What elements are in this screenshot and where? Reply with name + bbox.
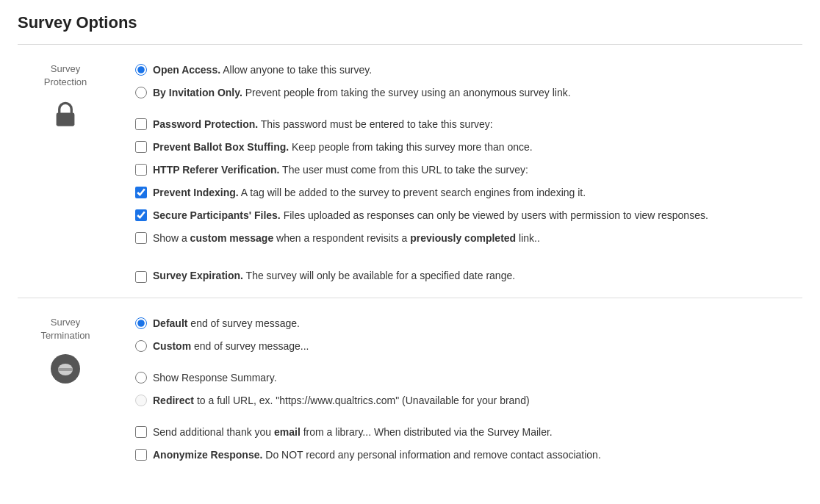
email-option: Send additional thank you email from a l… — [135, 425, 802, 440]
custom-message-option: Show a custom message when a respondent … — [135, 231, 802, 246]
anonymize-label: Anonymize Response. Do NOT record any pe… — [153, 447, 601, 463]
http-referer-option: HTTP Referer Verification. The user must… — [135, 162, 802, 178]
default-message-option: Default end of survey message. — [135, 316, 802, 331]
survey-expiration-label: Survey Expiration. The survey will only … — [153, 270, 515, 281]
open-access-label: Open Access. Allow anyone to take this s… — [153, 62, 372, 78]
survey-protection-label-text: Survey Protection — [44, 62, 87, 89]
email-checkbox[interactable] — [135, 426, 147, 438]
response-summary-label: Show Response Summary. — [153, 370, 277, 386]
secure-files-option: Secure Participants' Files. Files upload… — [135, 208, 802, 223]
redirect-label: Redirect to a full URL, ex. "https://www… — [153, 393, 530, 408]
survey-protection-label: Survey Protection — [18, 62, 113, 283]
default-message-radio[interactable] — [135, 317, 147, 329]
password-protection-label: Password Protection. This password must … — [153, 117, 493, 132]
survey-expiration-option: Survey Expiration. The survey will only … — [135, 270, 802, 283]
redirect-radio[interactable] — [135, 395, 147, 406]
prevent-indexing-checkbox[interactable] — [135, 187, 147, 198]
redirect-option: Redirect to a full URL, ex. "https://www… — [135, 393, 802, 408]
response-summary-option: Show Response Summary. — [135, 370, 802, 386]
svg-rect-2 — [58, 368, 73, 371]
termination-icon — [51, 354, 80, 384]
invitation-only-label: By Invitation Only. Prevent people from … — [153, 85, 571, 101]
svg-rect-0 — [57, 113, 75, 126]
survey-termination-content: Default end of survey message. Custom en… — [113, 316, 802, 470]
password-protection-checkbox[interactable] — [135, 118, 147, 130]
invitation-only-option: By Invitation Only. Prevent people from … — [135, 85, 802, 101]
ballot-stuffing-option: Prevent Ballot Box Stuffing. Keep people… — [135, 140, 802, 155]
anonymize-checkbox[interactable] — [135, 449, 147, 461]
custom-message-label: Show a custom message when a respondent … — [153, 231, 540, 246]
survey-termination-label-text: Survey Termination — [40, 316, 90, 342]
anonymize-option: Anonymize Response. Do NOT record any pe… — [135, 447, 802, 463]
lock-icon — [51, 101, 79, 129]
ballot-stuffing-checkbox[interactable] — [135, 141, 147, 153]
prevent-indexing-option: Prevent Indexing. A tag will be added to… — [135, 185, 802, 201]
survey-termination-label: Survey Termination — [18, 316, 113, 470]
password-protection-option: Password Protection. This password must … — [135, 117, 802, 132]
survey-expiration-checkbox[interactable] — [135, 271, 147, 283]
secure-files-checkbox[interactable] — [135, 209, 147, 221]
survey-protection-section: Survey Protection Open Access. Allow any… — [18, 45, 802, 298]
http-referer-checkbox[interactable] — [135, 164, 147, 176]
page-container: Survey Options Survey Protection Open Ac… — [0, 0, 820, 503]
default-message-label: Default end of survey message. — [153, 316, 300, 331]
response-summary-radio[interactable] — [135, 372, 147, 384]
custom-message-termination-radio[interactable] — [135, 340, 147, 352]
ballot-stuffing-label: Prevent Ballot Box Stuffing. Keep people… — [153, 140, 533, 155]
custom-message-checkbox[interactable] — [135, 232, 147, 244]
custom-message-termination-option: Custom end of survey message... — [135, 339, 802, 354]
open-access-option: Open Access. Allow anyone to take this s… — [135, 62, 802, 78]
page-title: Survey Options — [18, 13, 802, 32]
survey-termination-section: Survey Termination Default end of survey… — [18, 298, 802, 485]
prevent-indexing-label: Prevent Indexing. A tag will be added to… — [153, 185, 586, 201]
open-access-radio[interactable] — [135, 64, 147, 76]
invitation-only-radio[interactable] — [135, 87, 147, 98]
secure-files-label: Secure Participants' Files. Files upload… — [153, 208, 708, 223]
http-referer-label: HTTP Referer Verification. The user must… — [153, 162, 528, 178]
custom-message-termination-label: Custom end of survey message... — [153, 339, 309, 354]
email-label: Send additional thank you email from a l… — [153, 425, 553, 440]
survey-protection-content: Open Access. Allow anyone to take this s… — [113, 62, 802, 283]
